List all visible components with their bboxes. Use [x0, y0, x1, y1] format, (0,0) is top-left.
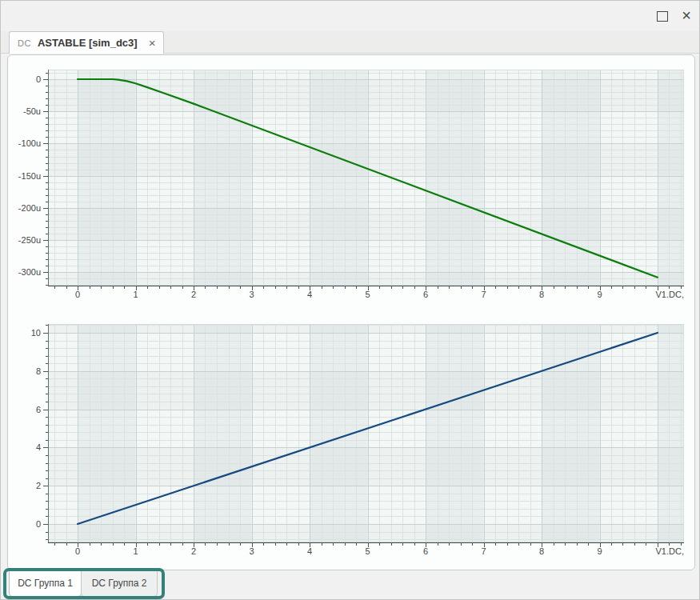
svg-text:-100u: -100u — [18, 138, 41, 148]
tab-dc-group-1[interactable]: DC Группа 1 — [9, 570, 82, 597]
svg-text:1: 1 — [133, 290, 138, 299]
tab-close-icon[interactable]: × — [149, 36, 156, 50]
close-button[interactable]: × — [682, 6, 691, 24]
svg-text:7: 7 — [481, 290, 486, 299]
svg-text:8: 8 — [539, 290, 544, 299]
svg-text:-250u: -250u — [18, 235, 41, 245]
svg-text:0: 0 — [75, 546, 80, 556]
svg-text:V1.DC,: V1.DC, — [656, 546, 684, 556]
svg-text:5: 5 — [365, 546, 370, 556]
document-tabbar: DC ASTABLE [sim_dc3] × — [1, 31, 699, 54]
svg-text:9: 9 — [597, 546, 602, 556]
tab-type-badge: DC — [18, 38, 31, 48]
svg-text:3: 3 — [249, 546, 254, 556]
plot-group-tabbar: DC Группа 1 DC Группа 2 — [1, 570, 699, 600]
svg-text:-200u: -200u — [18, 203, 41, 213]
tab-dc-group-2[interactable]: DC Группа 2 — [81, 570, 158, 597]
svg-text:V1.DC,: V1.DC, — [656, 290, 684, 299]
svg-text:4: 4 — [307, 546, 312, 556]
svg-text:-150u: -150u — [18, 171, 41, 181]
svg-text:6: 6 — [423, 546, 428, 556]
svg-text:5: 5 — [365, 290, 370, 299]
svg-text:6: 6 — [423, 290, 428, 299]
tab-dc-astable[interactable]: DC ASTABLE [sim_dc3] × — [9, 31, 164, 54]
app-window: × DC ASTABLE [sim_dc3] × 0123456789V1.DC… — [0, 0, 700, 600]
svg-text:6: 6 — [36, 405, 41, 414]
tab-title: ASTABLE [sim_dc3] — [38, 37, 138, 49]
svg-text:8: 8 — [36, 366, 41, 376]
svg-text:4: 4 — [307, 290, 312, 299]
svg-text:8: 8 — [539, 546, 544, 556]
window-titlebar: × — [1, 1, 699, 31]
svg-text:3: 3 — [249, 290, 254, 299]
svg-text:1: 1 — [133, 546, 138, 556]
svg-text:4: 4 — [36, 442, 41, 452]
svg-text:2: 2 — [36, 481, 41, 490]
plot-panel: 0123456789V1.DC,0-50u-100u-150u-200u-250… — [7, 54, 695, 570]
maximize-button[interactable] — [657, 11, 668, 22]
svg-text:2: 2 — [191, 290, 196, 299]
svg-text:9: 9 — [597, 290, 602, 299]
svg-text:-300u: -300u — [18, 267, 41, 277]
svg-text:10: 10 — [31, 328, 41, 338]
svg-text:-50u: -50u — [23, 106, 41, 116]
simulation-charts[interactable]: 0123456789V1.DC,0-50u-100u-150u-200u-250… — [8, 55, 696, 571]
svg-text:0: 0 — [36, 519, 41, 529]
svg-text:0: 0 — [36, 74, 41, 84]
svg-text:2: 2 — [191, 546, 196, 556]
svg-text:0: 0 — [75, 290, 80, 299]
svg-text:7: 7 — [481, 546, 486, 556]
